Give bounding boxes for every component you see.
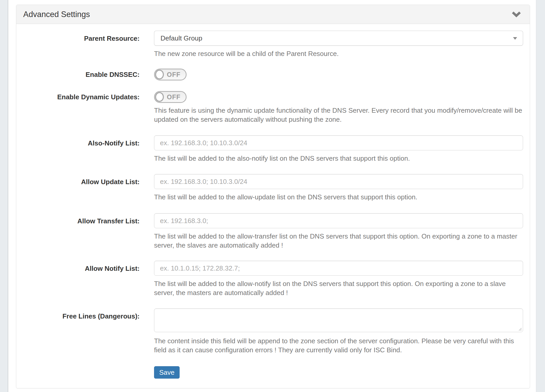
chevron-down-icon[interactable]	[511, 11, 522, 18]
enable-dnssec-label: Enable DNSSEC:	[24, 70, 140, 79]
parent-resource-selected-value: Default Group	[161, 34, 202, 42]
also-notify-list-input[interactable]	[154, 135, 523, 150]
parent-resource-label: Parent Resource:	[24, 31, 140, 43]
allow-notify-list-help: The list will be added to the allow-noti…	[154, 279, 523, 297]
allow-update-list-help: The list will be added to the allow-upda…	[154, 193, 523, 202]
dynamic-updates-help: This feature is using the dynamic update…	[154, 106, 523, 124]
toggle-knob	[155, 70, 164, 79]
free-lines-textarea-wrap	[154, 308, 523, 332]
advanced-settings-panel: Advanced Settings Parent Resource: Defau…	[16, 5, 530, 388]
also-notify-list-label: Also-Notify List:	[24, 135, 140, 147]
form-row-save: Save	[24, 366, 522, 388]
form-row-parent-resource: Parent Resource: Default Group The new z…	[24, 31, 522, 58]
allow-notify-list-input[interactable]	[154, 261, 523, 276]
free-lines-textarea[interactable]	[154, 308, 523, 332]
save-button[interactable]: Save	[154, 366, 180, 379]
allow-transfer-list-input[interactable]	[154, 213, 523, 228]
toggle-knob	[155, 92, 164, 102]
panel-body: Parent Resource: Default Group The new z…	[16, 24, 530, 388]
form-row-enable-dnssec: Enable DNSSEC: OFF	[24, 69, 522, 80]
allow-transfer-list-help: The list will be added to the allow-tran…	[154, 232, 523, 250]
save-row-spacer	[24, 366, 140, 370]
form-row-enable-dynamic-updates: Enable Dynamic Updates: OFF This feature…	[24, 91, 522, 124]
form-row-free-lines: Free Lines (Dangerous): The content insi…	[24, 308, 522, 355]
panel-title: Advanced Settings	[23, 10, 90, 19]
page-background: Advanced Settings Parent Resource: Defau…	[0, 0, 545, 392]
parent-resource-select[interactable]: Default Group	[154, 31, 523, 46]
resize-grip-icon[interactable]	[518, 327, 522, 331]
caret-down-icon	[513, 37, 517, 40]
content-container: Advanced Settings Parent Resource: Defau…	[8, 0, 536, 392]
dynamic-updates-toggle[interactable]: OFF	[154, 91, 187, 103]
free-lines-help: The content inside this field will be ap…	[154, 337, 523, 355]
allow-notify-list-label: Allow Notify List:	[24, 261, 140, 273]
form-row-allow-notify-list: Allow Notify List: The list will be adde…	[24, 261, 522, 297]
enable-dynamic-updates-label: Enable Dynamic Updates:	[24, 91, 140, 101]
parent-resource-help: The new zone resource will be a child of…	[154, 49, 523, 58]
form-row-also-notify-list: Also-Notify List: The list will be added…	[24, 135, 522, 163]
free-lines-label: Free Lines (Dangerous):	[24, 308, 140, 320]
also-notify-list-help: The list will be added to the also-notif…	[154, 154, 523, 163]
form-row-allow-update-list: Allow Update List: The list will be adde…	[24, 174, 522, 202]
allow-transfer-list-label: Allow Transfer List:	[24, 213, 140, 225]
allow-update-list-label: Allow Update List:	[24, 174, 140, 186]
form-row-allow-transfer-list: Allow Transfer List: The list will be ad…	[24, 213, 522, 250]
dnssec-toggle[interactable]: OFF	[154, 69, 187, 80]
panel-header[interactable]: Advanced Settings	[16, 5, 530, 24]
allow-update-list-input[interactable]	[154, 174, 523, 189]
